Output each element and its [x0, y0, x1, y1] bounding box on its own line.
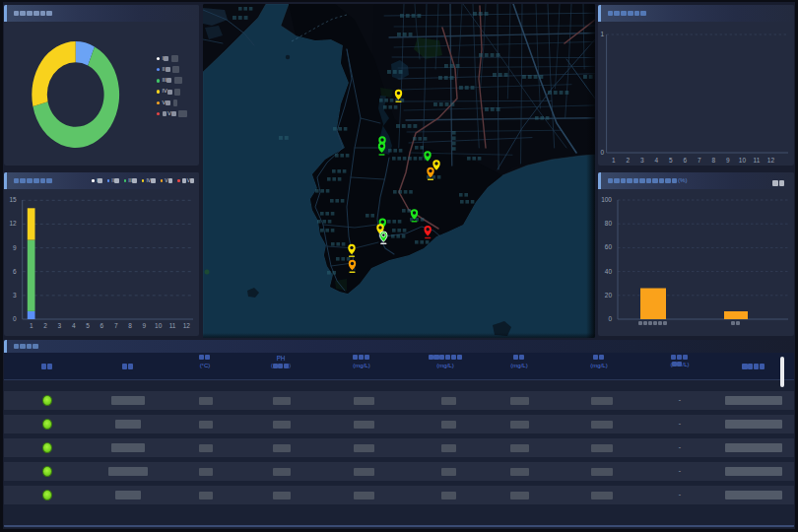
svg-text:4: 4: [655, 157, 659, 164]
svg-text:10: 10: [155, 322, 163, 329]
svg-text:6: 6: [684, 157, 688, 164]
svg-text:3: 3: [640, 157, 644, 164]
svg-text:9: 9: [142, 322, 146, 329]
svg-text:0: 0: [600, 149, 604, 156]
svg-text:1: 1: [30, 322, 33, 329]
svg-text:7: 7: [114, 322, 118, 329]
svg-text:5: 5: [86, 322, 90, 329]
svg-text:11: 11: [169, 322, 176, 329]
svg-text:4: 4: [72, 322, 76, 329]
svg-text:0: 0: [13, 315, 17, 322]
svg-text:1: 1: [600, 31, 604, 37]
svg-text:11: 11: [754, 157, 761, 164]
svg-text:12: 12: [9, 220, 17, 227]
svg-text:1: 1: [612, 157, 616, 164]
svg-text:40: 40: [605, 268, 613, 275]
svg-text:12: 12: [183, 322, 191, 329]
svg-text:9: 9: [726, 157, 730, 164]
svg-text:6: 6: [100, 322, 104, 329]
svg-text:8: 8: [712, 157, 716, 164]
svg-text:7: 7: [698, 157, 701, 164]
svg-text:15: 15: [9, 196, 17, 203]
svg-text:9: 9: [13, 244, 17, 251]
svg-text:3: 3: [13, 292, 17, 299]
svg-text:3: 3: [58, 322, 62, 329]
svg-text:20: 20: [605, 292, 613, 299]
svg-text:60: 60: [605, 243, 613, 250]
svg-text:12: 12: [767, 157, 775, 164]
svg-text:6: 6: [13, 268, 17, 275]
svg-text:2: 2: [43, 322, 47, 329]
svg-text:0: 0: [608, 315, 612, 322]
svg-text:5: 5: [669, 157, 673, 164]
svg-text:100: 100: [601, 196, 612, 203]
svg-text:80: 80: [605, 220, 613, 227]
svg-text:10: 10: [739, 157, 747, 164]
svg-text:2: 2: [627, 157, 631, 164]
svg-text:8: 8: [128, 322, 132, 329]
